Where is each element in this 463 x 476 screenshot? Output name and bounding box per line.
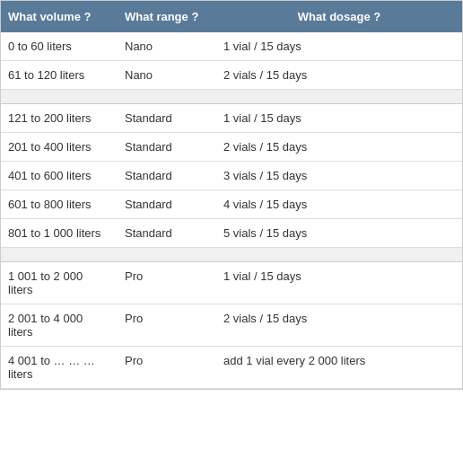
header-dosage: What dosage ? — [216, 1, 462, 32]
table-row: 201 to 400 litersStandard2 vials / 15 da… — [1, 133, 462, 162]
cell-dosage: add 1 vial every 2 000 liters — [216, 347, 462, 389]
cell-range: Standard — [118, 133, 216, 162]
cell-range: Standard — [118, 104, 216, 133]
table-row: 601 to 800 litersStandard4 vials / 15 da… — [1, 190, 462, 219]
cell-dosage: 3 vials / 15 days — [216, 162, 462, 190]
cell-volume: 2 001 to 4 000 liters — [1, 304, 118, 347]
cell-volume: 601 to 800 liters — [1, 190, 118, 219]
table-row: 1 001 to 2 000 litersPro1 vial / 15 days — [1, 262, 462, 304]
cell-volume: 801 to 1 000 liters — [1, 219, 118, 248]
section-divider — [1, 248, 462, 262]
table-row: 4 001 to … … … litersProadd 1 vial every… — [1, 347, 462, 389]
cell-range: Nano — [118, 32, 216, 61]
cell-range: Nano — [118, 61, 216, 90]
cell-dosage: 1 vial / 15 days — [216, 104, 462, 133]
dosage-table: What volume ? What range ? What dosage ?… — [0, 0, 463, 390]
table-row: 2 001 to 4 000 litersPro2 vials / 15 day… — [1, 304, 462, 347]
table-row: 61 to 120 litersNano2 vials / 15 days — [1, 61, 462, 90]
cell-range: Standard — [118, 190, 216, 219]
cell-volume: 401 to 600 liters — [1, 162, 118, 190]
header-volume: What volume ? — [1, 1, 118, 32]
cell-dosage: 2 vials / 15 days — [216, 133, 462, 162]
cell-range: Pro — [118, 304, 216, 347]
cell-range: Standard — [118, 219, 216, 248]
cell-volume: 0 to 60 liters — [1, 32, 118, 61]
table-row: 801 to 1 000 litersStandard5 vials / 15 … — [1, 219, 462, 248]
cell-dosage: 5 vials / 15 days — [216, 219, 462, 248]
table-row: 401 to 600 litersStandard3 vials / 15 da… — [1, 162, 462, 190]
cell-volume: 121 to 200 liters — [1, 104, 118, 133]
table-header: What volume ? What range ? What dosage ? — [1, 1, 462, 32]
table-row: 0 to 60 litersNano1 vial / 15 days — [1, 32, 462, 61]
cell-range: Pro — [118, 347, 216, 389]
header-range: What range ? — [118, 1, 216, 32]
cell-volume: 201 to 400 liters — [1, 133, 118, 162]
cell-volume: 4 001 to … … … liters — [1, 347, 118, 389]
cell-dosage: 2 vials / 15 days — [216, 61, 462, 90]
cell-range: Standard — [118, 162, 216, 190]
cell-dosage: 1 vial / 15 days — [216, 32, 462, 61]
cell-volume: 1 001 to 2 000 liters — [1, 262, 118, 304]
section-divider — [1, 90, 462, 104]
cell-dosage: 2 vials / 15 days — [216, 304, 462, 347]
cell-volume: 61 to 120 liters — [1, 61, 118, 90]
table-row: 121 to 200 litersStandard1 vial / 15 day… — [1, 104, 462, 133]
cell-dosage: 1 vial / 15 days — [216, 262, 462, 304]
cell-range: Pro — [118, 262, 216, 304]
cell-dosage: 4 vials / 15 days — [216, 190, 462, 219]
